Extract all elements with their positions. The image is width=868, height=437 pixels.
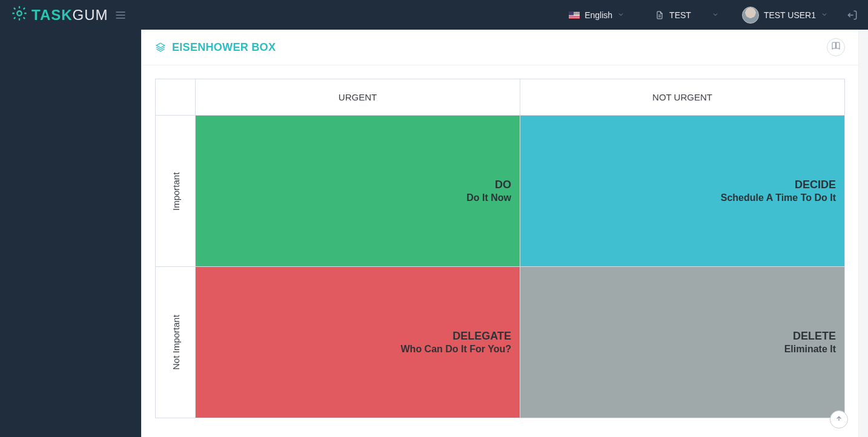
- project-label: TEST: [669, 10, 691, 20]
- brand-second: GUM: [73, 7, 108, 23]
- row-header-important: Important: [156, 116, 196, 267]
- col-header-urgent: URGENT: [196, 79, 520, 116]
- chevron-down-icon: [821, 10, 828, 20]
- quadrant-delegate[interactable]: DELEGATE Who Can Do It For You?: [196, 267, 520, 418]
- row-header-not-important: Not Important: [156, 267, 196, 418]
- corner-cell: [156, 79, 196, 116]
- help-button[interactable]: [827, 38, 845, 56]
- quadrant-decide[interactable]: DECIDE Schedule A Time To Do It: [520, 116, 845, 267]
- menu-toggle-icon[interactable]: [114, 9, 127, 21]
- chevron-down-icon: [712, 10, 719, 20]
- logout-button[interactable]: [840, 5, 861, 25]
- quadrant-subtitle: Do It Now: [204, 192, 511, 203]
- quadrant-delete[interactable]: DELETE Eliminate It: [520, 267, 845, 418]
- main-content: EISENHOWER BOX URGENT NOT URG: [141, 30, 859, 437]
- language-label: English: [585, 10, 612, 20]
- quadrant-title: DELETE: [529, 330, 836, 343]
- sidebar: [0, 30, 141, 437]
- app-logo[interactable]: TASKGUM: [11, 5, 108, 25]
- quadrant-subtitle: Eliminate It: [529, 344, 836, 355]
- quadrant-subtitle: Who Can Do It For You?: [204, 344, 511, 355]
- user-label: TEST USER1: [764, 10, 816, 20]
- quadrant-title: DECIDE: [529, 179, 836, 191]
- panel-title: EISENHOWER BOX: [155, 41, 276, 54]
- arrow-up-icon: [834, 413, 844, 426]
- quadrant-do[interactable]: DO Do It Now: [196, 116, 520, 267]
- panel: EISENHOWER BOX URGENT NOT URG: [141, 30, 859, 437]
- quadrant-title: DO: [204, 179, 511, 191]
- svg-point-0: [17, 11, 21, 15]
- book-icon: [831, 41, 841, 53]
- brand-text: TASKGUM: [31, 7, 108, 24]
- gear-icon: [11, 5, 28, 25]
- chevron-down-icon: [617, 10, 624, 20]
- project-selector[interactable]: TEST: [649, 7, 725, 24]
- language-selector[interactable]: English: [563, 7, 631, 24]
- eisenhower-matrix: URGENT NOT URGENT Important DO Do It Now…: [155, 79, 845, 418]
- quadrant-subtitle: Schedule A Time To Do It: [529, 192, 836, 203]
- layers-icon: [155, 42, 166, 53]
- quadrant-title: DELEGATE: [204, 330, 511, 343]
- brand-first: TASK: [31, 7, 73, 23]
- panel-header: EISENHOWER BOX: [142, 30, 858, 65]
- logout-icon: [846, 9, 858, 21]
- flag-us-icon: [569, 12, 580, 19]
- matrix-container: URGENT NOT URGENT Important DO Do It Now…: [142, 65, 858, 436]
- avatar: [742, 7, 759, 24]
- app-header: TASKGUM English TEST TEST USER1: [0, 0, 868, 30]
- user-menu[interactable]: TEST USER1: [736, 3, 834, 27]
- svg-marker-7: [156, 43, 165, 48]
- document-icon: [655, 10, 664, 20]
- scroll-to-top-button[interactable]: [830, 410, 848, 429]
- col-header-not-urgent: NOT URGENT: [520, 79, 845, 116]
- panel-title-text: EISENHOWER BOX: [172, 41, 276, 54]
